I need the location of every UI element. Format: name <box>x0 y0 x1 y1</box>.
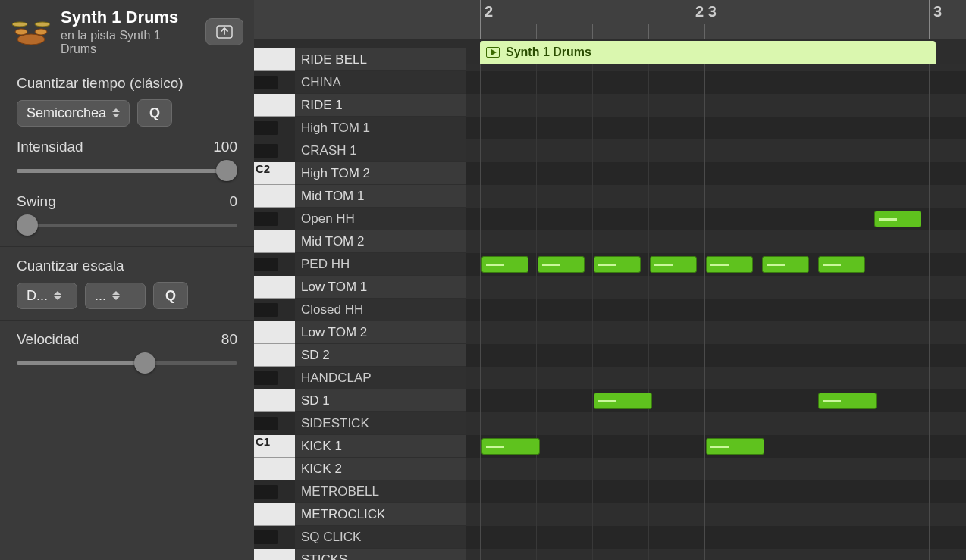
chevron-updown-icon <box>54 291 61 300</box>
svg-point-1 <box>15 29 27 35</box>
midi-note[interactable] <box>481 438 540 455</box>
quantize-scale-mode-select[interactable]: ... <box>85 283 146 309</box>
quantize-time-value: Semicorchea <box>27 105 106 121</box>
drum-lane-label: High TOM 2 <box>295 162 466 185</box>
drum-lane-label: SD 2 <box>295 344 466 367</box>
note-grid[interactable] <box>466 64 966 560</box>
ruler-number: 2 <box>485 3 493 20</box>
region-header-strip[interactable]: Synth 1 Drums <box>480 41 936 64</box>
ruler-number: 3 <box>933 3 942 20</box>
drum-lane-label: STICKS <box>295 549 466 560</box>
velocity-slider[interactable] <box>17 352 237 374</box>
midi-note[interactable] <box>818 256 865 273</box>
midi-note[interactable] <box>706 438 764 455</box>
quantize-scale-label: Cuantizar escala <box>17 258 237 274</box>
strength-slider[interactable] <box>17 160 237 181</box>
drum-lane-label: PED HH <box>295 253 466 276</box>
inspector-panel: Synth 1 Drums en la pista Synth 1 Drums … <box>0 0 254 560</box>
quantize-time-apply-button[interactable]: Q <box>137 99 172 127</box>
quantize-scale-key-select[interactable]: D... <box>17 283 77 309</box>
drum-lane-label: METROCLICK <box>295 503 466 526</box>
midi-note[interactable] <box>818 393 877 409</box>
midi-note[interactable] <box>706 256 753 273</box>
svg-point-4 <box>35 22 50 27</box>
track-icon-drums <box>11 15 52 48</box>
drum-lane-label: SD 1 <box>295 389 466 412</box>
piano-roll-editor: 22 33 Synth 1 Drums C2C1 RIDE BELLCHINAR… <box>254 0 966 560</box>
drum-lane-label: Closed HH <box>295 299 466 321</box>
drum-names-column: RIDE BELLCHINARIDE 1High TOM 1CRASH 1Hig… <box>295 64 466 560</box>
velocity-value[interactable]: 80 <box>221 331 237 348</box>
midi-note[interactable] <box>481 256 528 273</box>
midi-note[interactable] <box>650 256 697 273</box>
strength-value[interactable]: 100 <box>213 139 237 155</box>
drum-lane-label: HANDCLAP <box>295 367 466 389</box>
octave-label: C2 <box>256 162 270 185</box>
region-subtitle: en la pista Synth 1 Drums <box>61 29 196 56</box>
drum-lane-label: METROBELL <box>295 480 466 503</box>
drum-lane-label: CHINA <box>295 71 466 94</box>
svg-point-3 <box>12 22 27 27</box>
swing-slider[interactable] <box>17 214 237 236</box>
midi-note[interactable] <box>762 256 809 273</box>
midi-note[interactable] <box>538 256 585 273</box>
quantize-scale-apply-button[interactable]: Q <box>153 282 188 309</box>
swing-value[interactable]: 0 <box>229 193 237 210</box>
midi-note[interactable] <box>594 256 641 273</box>
region-header: Synth 1 Drums en la pista Synth 1 Drums <box>0 0 254 64</box>
timeline-ruler[interactable]: 22 33 <box>254 0 966 39</box>
quantize-time-select[interactable]: Semicorchea <box>17 100 130 127</box>
quantize-time-label: Cuantizar tiempo (clásico) <box>17 75 237 92</box>
svg-point-2 <box>35 29 47 35</box>
strength-label: Intensidad <box>17 139 83 155</box>
chevron-updown-icon <box>112 291 120 300</box>
drum-lane-label: CRASH 1 <box>295 139 466 162</box>
drum-lane-label: SQ CLICK <box>295 526 466 549</box>
drum-lane-label: High TOM 1 <box>295 117 466 139</box>
svg-point-0 <box>17 34 45 45</box>
open-in-track-button[interactable] <box>205 18 243 45</box>
play-region-icon[interactable] <box>486 47 500 58</box>
drum-lane-label: KICK 1 <box>295 435 466 458</box>
velocity-label: Velocidad <box>17 331 79 348</box>
drum-lane-label: RIDE BELL <box>295 48 466 71</box>
drum-lane-label: Open HH <box>295 208 466 230</box>
drum-lane-label: Mid TOM 2 <box>295 230 466 253</box>
chevron-updown-icon <box>112 108 120 117</box>
drum-lane-label: Mid TOM 1 <box>295 185 466 208</box>
drum-lane-label: Low TOM 2 <box>295 321 466 344</box>
octave-label: C1 <box>256 435 270 458</box>
region-strip-name: Synth 1 Drums <box>506 45 591 59</box>
ruler-number: 2 3 <box>695 3 717 20</box>
midi-note[interactable] <box>594 393 652 409</box>
drum-lane-label: SIDESTICK <box>295 412 466 435</box>
region-title: Synth 1 Drums <box>61 8 196 27</box>
drum-lane-label: KICK 2 <box>295 458 466 480</box>
drum-lane-label: RIDE 1 <box>295 94 466 117</box>
drum-lane-label: Low TOM 1 <box>295 276 466 299</box>
midi-note[interactable] <box>874 211 921 227</box>
piano-keys-column[interactable]: C2C1 <box>254 64 295 560</box>
swing-label: Swing <box>17 193 56 210</box>
